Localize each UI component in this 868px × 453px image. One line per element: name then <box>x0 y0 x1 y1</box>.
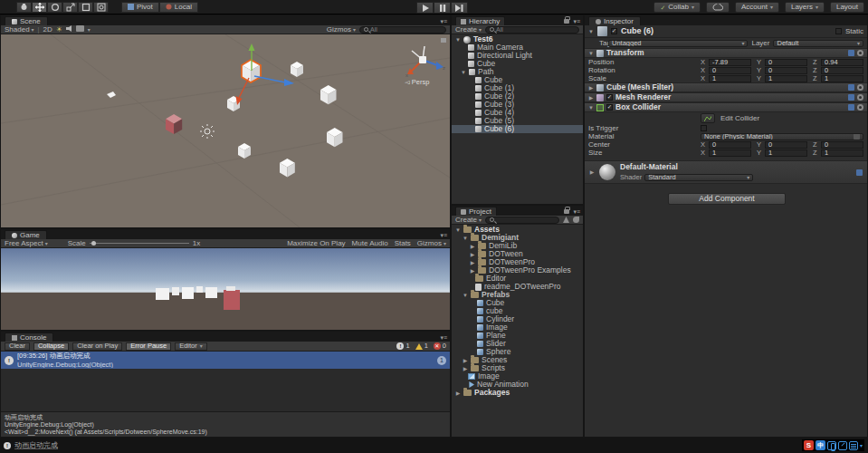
presets-icon[interactable] <box>848 94 854 101</box>
gear-icon[interactable] <box>857 94 863 101</box>
project-item[interactable]: ▼Prefabs <box>452 291 583 299</box>
panel-menu-icon[interactable]: ▾≡ <box>440 18 447 24</box>
hierarchy-item[interactable]: Cube (4) <box>452 109 583 117</box>
expand-arrow[interactable]: ▶ <box>588 85 594 91</box>
ime-menu-icon[interactable]: ▾ <box>860 443 863 448</box>
lighting-toggle-icon[interactable]: ☀ <box>56 26 62 34</box>
mesh-renderer-header[interactable]: ▶ ✓ Mesh Renderer <box>585 92 867 102</box>
physic-material-field[interactable]: None (Physic Material) <box>701 133 863 140</box>
ime-phone-icon[interactable] <box>827 441 836 450</box>
expand-arrow[interactable]: ▼ <box>588 105 594 111</box>
layer-dropdown[interactable]: Default▾ <box>773 40 863 47</box>
effects-dropdown-icon[interactable]: ▾ <box>88 27 91 33</box>
mesh-renderer-checkbox[interactable]: ✓ <box>606 94 613 101</box>
scene-object-cube[interactable] <box>320 85 337 104</box>
expand-arrow[interactable]: ▶ <box>470 252 475 257</box>
hierarchy-item[interactable]: Cube <box>452 76 583 84</box>
scene-light-gizmo[interactable] <box>200 124 215 139</box>
project-item[interactable]: Slider <box>452 340 583 348</box>
maximize-on-play-toggle[interactable]: Maximize On Play <box>287 240 345 247</box>
project-item[interactable]: Cube <box>452 299 583 307</box>
warning-count[interactable]: 1 <box>415 342 428 350</box>
rotate-tool-icon[interactable] <box>47 2 62 13</box>
tab-hierarchy[interactable]: Hierarchy <box>455 16 505 25</box>
project-item[interactable]: New Animation <box>452 381 583 389</box>
gear-icon[interactable] <box>857 104 863 111</box>
expand-arrow[interactable]: ▶ <box>463 358 468 363</box>
shading-dropdown[interactable]: Shaded▾ <box>5 26 34 34</box>
center-z-field[interactable]: 0 <box>821 141 863 149</box>
game-viewport[interactable] <box>1 248 450 330</box>
expand-arrow[interactable]: ▶ <box>455 390 461 396</box>
hierarchy-item[interactable]: Cube (5) <box>452 117 583 125</box>
presets-icon[interactable] <box>848 50 854 56</box>
pause-button[interactable] <box>434 2 451 14</box>
rotation-z-field[interactable]: 0 <box>821 67 863 74</box>
scene-selected-cube[interactable] <box>236 43 295 105</box>
local-button[interactable]: Local <box>159 2 198 13</box>
create-dropdown[interactable]: Create▾ <box>455 26 482 34</box>
audio-toggle-icon[interactable] <box>66 25 72 34</box>
hierarchy-item-selected[interactable]: Cube (6) <box>452 125 583 133</box>
scene-object-cube[interactable] <box>327 128 343 147</box>
clear-button[interactable]: Clear <box>5 342 30 351</box>
status-message[interactable]: 动画启动完成 <box>14 442 58 449</box>
expand-arrow[interactable]: ▶ <box>470 268 475 274</box>
expand-arrow[interactable]: ▼ <box>588 29 594 34</box>
is-trigger-checkbox[interactable] <box>701 125 707 131</box>
expand-arrow[interactable]: ▶ <box>589 169 595 175</box>
expand-arrow[interactable]: ▼ <box>461 70 466 75</box>
project-search-input[interactable] <box>485 217 559 224</box>
expand-arrow[interactable]: ▼ <box>455 227 461 233</box>
scale-z-field[interactable]: 1 <box>821 75 863 82</box>
scene-search-input[interactable]: All <box>359 26 446 34</box>
search-by-label-icon[interactable] <box>573 217 579 223</box>
editor-dropdown[interactable]: Editor▾ <box>175 342 207 351</box>
create-dropdown[interactable]: Create▾ <box>455 217 482 224</box>
scene-object-cube[interactable] <box>280 159 295 177</box>
presets-icon[interactable] <box>848 84 854 91</box>
ime-keyboard-icon[interactable] <box>849 441 858 450</box>
expand-arrow[interactable]: ▼ <box>463 236 468 241</box>
collapse-toggle[interactable]: Collapse <box>33 342 69 351</box>
expand-arrow[interactable]: ▶ <box>470 260 475 265</box>
object-name-field[interactable]: Cube (6) <box>621 27 832 35</box>
scene-object-cube[interactable] <box>291 62 303 77</box>
ime-handwriting-icon[interactable] <box>838 441 847 450</box>
project-item[interactable]: ▶DOTweenPro Examples <box>452 266 583 275</box>
object-picker-icon[interactable] <box>854 133 860 140</box>
hand-tool-icon[interactable] <box>16 2 32 13</box>
position-x-field[interactable]: -7.89 <box>709 59 751 66</box>
box-collider-header[interactable]: ▼ ✓ Box Collider <box>585 102 867 112</box>
project-item[interactable]: Plane <box>452 332 583 340</box>
hierarchy-search-input[interactable]: All <box>485 26 579 34</box>
game-gizmos-dropdown[interactable]: Gizmos▾ <box>417 240 446 247</box>
search-by-type-icon[interactable] <box>563 217 569 223</box>
center-x-field[interactable]: 0 <box>709 141 751 149</box>
transform-header[interactable]: ▼ Transform <box>585 48 867 58</box>
clear-on-play-toggle[interactable]: Clear on Play <box>72 342 122 351</box>
position-z-field[interactable]: 0.94 <box>821 59 863 66</box>
gear-icon[interactable] <box>857 50 863 56</box>
project-item[interactable]: cube <box>452 307 583 315</box>
scale-slider[interactable] <box>90 243 189 244</box>
presets-icon[interactable] <box>856 169 863 176</box>
expand-arrow[interactable]: ▼ <box>463 293 468 298</box>
mesh-filter-header[interactable]: ▶ Cube (Mesh Filter) <box>585 82 867 92</box>
hierarchy-item[interactable]: Cube <box>452 60 583 68</box>
tag-dropdown[interactable]: Untagged▾ <box>608 40 748 47</box>
expand-arrow[interactable]: ▼ <box>455 37 461 43</box>
scene-object-small-mesh[interactable] <box>107 92 116 98</box>
ime-logo[interactable]: S <box>804 440 814 450</box>
toggle-2d[interactable]: 2D <box>43 26 52 34</box>
project-item[interactable]: ▶Scripts <box>452 364 583 372</box>
collab-button[interactable]: ✓Collab▾ <box>653 2 701 13</box>
project-item[interactable]: Image <box>452 323 583 332</box>
ime-chinese-mode-button[interactable]: 中 <box>816 440 825 450</box>
pivot-button[interactable]: Pivot <box>121 2 159 13</box>
scene-object-cube[interactable] <box>238 143 251 159</box>
lock-icon[interactable] <box>564 19 569 24</box>
rect-tool-icon[interactable] <box>78 2 93 13</box>
scene-viewport[interactable]: x z ◅ Persp <box>1 34 450 227</box>
center-y-field[interactable]: 0 <box>765 141 807 149</box>
